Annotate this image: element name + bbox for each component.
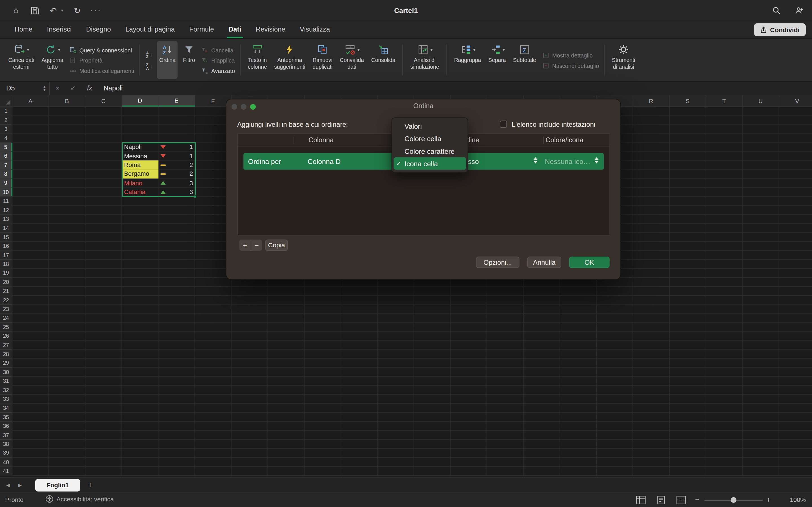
- column-header-A[interactable]: A: [12, 95, 49, 107]
- row-header-30[interactable]: 30: [0, 368, 12, 377]
- options-button[interactable]: Opzioni...: [476, 257, 519, 268]
- cancel-entry-icon[interactable]: ×: [50, 84, 65, 92]
- menu-item-colore-cella[interactable]: Colore cella: [394, 132, 466, 145]
- row-header-27[interactable]: 27: [0, 341, 12, 349]
- tab-visualizza[interactable]: Visualizza: [292, 20, 337, 38]
- column-header-C[interactable]: C: [86, 95, 122, 107]
- row-header-13[interactable]: 13: [0, 215, 12, 224]
- row-header-8[interactable]: 8: [0, 170, 12, 179]
- color-icon-stepper-icon[interactable]: [595, 157, 599, 163]
- add-level-button[interactable]: +: [239, 239, 251, 251]
- row-header-5[interactable]: 5: [0, 143, 12, 152]
- column-header-F[interactable]: F: [195, 95, 232, 107]
- text-to-columns-button[interactable]: Testo incolonne: [246, 41, 269, 79]
- remove-duplicates-button[interactable]: Rimuoviduplicati: [310, 41, 335, 79]
- row-header-16[interactable]: 16: [0, 242, 12, 251]
- sort-descending-button[interactable]: ZA↓: [145, 62, 153, 71]
- cell-d6[interactable]: Messina: [122, 152, 158, 161]
- confirm-entry-icon[interactable]: ✓: [65, 84, 81, 92]
- menu-item-colore-carattere[interactable]: Colore carattere: [394, 145, 466, 157]
- name-box-stepper-icon[interactable]: ▲▼: [43, 85, 46, 91]
- row-header-17[interactable]: 17: [0, 251, 12, 260]
- row-header-6[interactable]: 6: [0, 152, 12, 161]
- row-header-38[interactable]: 38: [0, 440, 12, 449]
- order-stepper-icon[interactable]: [534, 157, 538, 163]
- accessibility-status[interactable]: Accessibilità: verifica: [46, 495, 114, 503]
- tab-layout-di-pagina[interactable]: Layout di pagina: [118, 20, 182, 38]
- row-header-1[interactable]: 1: [0, 107, 12, 115]
- row-header-19[interactable]: 19: [0, 269, 12, 278]
- tab-disegno[interactable]: Disegno: [79, 20, 118, 38]
- row-header-15[interactable]: 15: [0, 233, 12, 242]
- next-sheet-icon[interactable]: ▶: [18, 483, 22, 488]
- row-header-29[interactable]: 29: [0, 358, 12, 368]
- row-header-37[interactable]: 37: [0, 431, 12, 440]
- column-header-E[interactable]: E: [158, 95, 195, 107]
- row-header-7[interactable]: 7: [0, 161, 12, 170]
- flash-fill-button[interactable]: Anteprimasuggerimenti: [272, 41, 307, 79]
- tab-home[interactable]: Home: [7, 20, 40, 38]
- cell-e6[interactable]: 1: [158, 152, 195, 161]
- column-dropdown[interactable]: Colonna D: [308, 153, 341, 170]
- what-if-analysis-button[interactable]: ▾Analisi disimulazione: [408, 41, 441, 79]
- row-header-36[interactable]: 36: [0, 421, 12, 431]
- row-header-34[interactable]: 34: [0, 404, 12, 413]
- tab-inserisci[interactable]: Inserisci: [40, 20, 79, 38]
- load-external-data-button[interactable]: ▾Carica datiesterni: [6, 41, 36, 79]
- color-icon-dropdown[interactable]: Nessuna ico…: [545, 153, 590, 170]
- remove-level-button[interactable]: −: [251, 239, 262, 251]
- zoom-slider-thumb[interactable]: [731, 497, 737, 503]
- row-header-24[interactable]: 24: [0, 314, 12, 323]
- row-header-25[interactable]: 25: [0, 323, 12, 332]
- page-break-view-icon[interactable]: [676, 496, 686, 504]
- subtotal-button[interactable]: ΣSubtotale: [511, 41, 538, 79]
- row-header-14[interactable]: 14: [0, 224, 12, 233]
- row-header-31[interactable]: 31: [0, 377, 12, 386]
- search-icon[interactable]: [772, 6, 781, 15]
- advanced-filter-button[interactable]: Avanzato: [201, 67, 235, 75]
- tab-revisione[interactable]: Revisione: [248, 20, 292, 38]
- column-header-B[interactable]: B: [49, 95, 86, 107]
- row-header-41[interactable]: 41: [0, 467, 12, 476]
- refresh-all-button[interactable]: ▾Aggiornatutto: [40, 41, 65, 79]
- analysis-tools-button[interactable]: Strumentidi analisi: [610, 41, 637, 79]
- cell-e10[interactable]: 3: [158, 187, 195, 196]
- column-header-T[interactable]: T: [706, 95, 742, 107]
- share-button[interactable]: Condividi: [754, 23, 806, 36]
- row-header-35[interactable]: 35: [0, 413, 12, 421]
- row-header-33[interactable]: 33: [0, 395, 12, 404]
- row-header-40[interactable]: 40: [0, 458, 12, 467]
- cancel-button[interactable]: Annulla: [527, 257, 561, 268]
- ok-button[interactable]: OK: [569, 257, 610, 268]
- row-header-26[interactable]: 26: [0, 332, 12, 341]
- queries-connections-button[interactable]: Query & connessioni: [69, 46, 134, 54]
- cell-d10[interactable]: Catania: [122, 187, 158, 196]
- normal-view-icon[interactable]: [636, 496, 646, 504]
- formula-input[interactable]: Napoli: [103, 84, 123, 92]
- row-header-20[interactable]: 20: [0, 278, 12, 287]
- tab-dati[interactable]: Dati: [221, 20, 249, 38]
- column-header-V[interactable]: V: [779, 95, 812, 107]
- row-header-12[interactable]: 12: [0, 206, 12, 215]
- cell-d7[interactable]: Roma: [122, 161, 158, 170]
- menu-item-valori[interactable]: Valori: [394, 120, 466, 132]
- page-layout-view-icon[interactable]: [656, 496, 666, 504]
- headers-checkbox[interactable]: [500, 121, 507, 128]
- row-header-39[interactable]: 39: [0, 449, 12, 458]
- group-button[interactable]: ▾Raggruppa: [452, 41, 483, 79]
- row-header-2[interactable]: 2: [0, 115, 12, 124]
- sort-ascending-button[interactable]: AZ↓: [145, 50, 153, 59]
- row-header-23[interactable]: 23: [0, 304, 12, 314]
- row-header-4[interactable]: 4: [0, 133, 12, 143]
- column-header-S[interactable]: S: [670, 95, 706, 107]
- cell-e8[interactable]: 2: [158, 170, 195, 179]
- zoom-out-icon[interactable]: −: [695, 496, 699, 504]
- row-header-32[interactable]: 32: [0, 386, 12, 395]
- cell-d5[interactable]: Napoli: [122, 143, 158, 152]
- row-header-9[interactable]: 9: [0, 179, 12, 187]
- insert-function-icon[interactable]: fx: [81, 84, 98, 92]
- row-header-28[interactable]: 28: [0, 349, 12, 358]
- add-sheet-button[interactable]: +: [84, 477, 96, 493]
- copy-level-button[interactable]: Copia: [265, 239, 288, 251]
- tab-formule[interactable]: Formule: [182, 20, 221, 38]
